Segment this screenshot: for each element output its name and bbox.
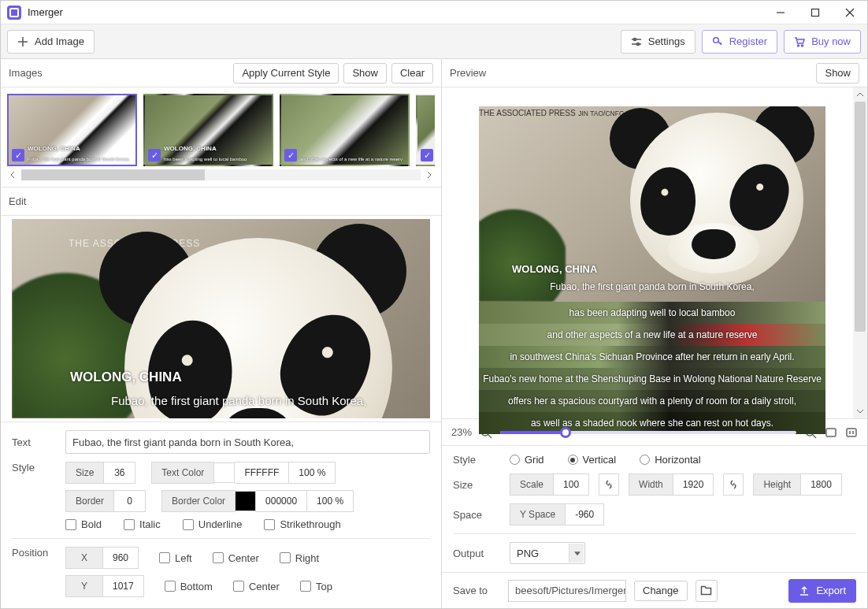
text-input-value: Fubao, the first giant panda born in Sou… — [72, 436, 294, 448]
scroll-grip[interactable] — [855, 102, 866, 332]
style-horizontal-radio[interactable]: Horizontal — [640, 454, 701, 466]
scroll-track[interactable] — [21, 169, 421, 180]
preview-show-button[interactable]: Show — [816, 63, 859, 84]
svg-rect-22 — [826, 429, 836, 436]
settings-label: Settings — [648, 35, 685, 47]
pos-left-checkbox[interactable]: Left — [159, 552, 192, 564]
preview-panel-header: Preview Show — [442, 59, 867, 87]
change-path-button[interactable]: Change — [634, 581, 688, 601]
thumb-subtitle: Fubao, the first giant panda born in Sou… — [28, 157, 130, 162]
bordercolor-pct-input[interactable]: 100 % — [307, 490, 354, 512]
y-input[interactable]: 1017 — [103, 575, 144, 597]
edit-panel-header: Edit — [1, 188, 441, 216]
register-label: Register — [729, 35, 767, 47]
open-folder-button[interactable] — [696, 580, 718, 602]
plus-icon — [17, 36, 28, 47]
height-label: Height — [753, 473, 801, 496]
saveto-label: Save to — [453, 585, 500, 596]
export-button[interactable]: Export — [788, 579, 856, 603]
scroll-down-icon[interactable] — [853, 404, 867, 418]
show-thumbs-label: Show — [352, 67, 378, 79]
check-icon — [12, 149, 24, 162]
bordercolor-label: Border Color — [161, 490, 236, 512]
style-grid-radio[interactable]: Grid — [510, 454, 544, 466]
size-label: Size — [65, 462, 104, 484]
scale-input[interactable]: 100 — [554, 473, 589, 496]
apply-style-button[interactable]: Apply Current Style — [233, 63, 339, 84]
thumbs-scrollbar[interactable] — [7, 169, 435, 180]
preview-canvas[interactable]: THE ASSOCIATED PRESS JIN TAO/CNFGA WOLON… — [442, 87, 853, 418]
merge-line: Fubao, the first giant panda born in Sou… — [479, 281, 825, 292]
border-input[interactable]: 0 — [114, 490, 146, 512]
edit-form: Text Fubao, the first giant panda born i… — [1, 421, 441, 608]
output-label: Output — [453, 548, 500, 559]
thumb-item[interactable] — [416, 94, 435, 166]
thumb-item[interactable]: WOLONG, CHINA Fubao, the first giant pan… — [7, 94, 137, 166]
preview-vscroll[interactable] — [853, 87, 867, 418]
watermark-text: THE ASSOCIATED PRESS — [479, 109, 576, 117]
close-button[interactable] — [833, 1, 867, 24]
pos-hcenter-checkbox[interactable]: Center — [213, 552, 259, 564]
edit-canvas[interactable]: THE ASSOCIATED PRESS JIN TAO/CNFGA WOLON… — [1, 216, 441, 421]
thumb-subtitle: and other aspects of a new life at a nat… — [300, 157, 402, 162]
actual-size-icon[interactable] — [845, 426, 858, 439]
export-label: Export — [816, 585, 846, 596]
thumb-caption: WOLONG, CHINA — [28, 145, 80, 152]
clear-thumbs-button[interactable]: Clear — [391, 63, 433, 84]
check-icon — [284, 149, 297, 162]
pos-top-checkbox[interactable]: Top — [300, 581, 332, 592]
italic-checkbox[interactable]: Italic — [124, 518, 161, 530]
merge-line: Fubao's new home at the Shenshuping Base… — [479, 368, 825, 390]
check-icon — [421, 149, 433, 162]
underline-checkbox[interactable]: Underline — [183, 518, 243, 530]
edit-panel-title: Edit — [9, 195, 26, 207]
zoom-percent: 23% — [451, 426, 472, 438]
pos-bottom-checkbox[interactable]: Bottom — [165, 581, 213, 592]
scale-label: Scale — [510, 473, 554, 496]
x-input[interactable]: 960 — [103, 547, 139, 569]
settings-button[interactable]: Settings — [621, 30, 696, 54]
yspace-input[interactable]: -960 — [566, 503, 604, 525]
app-title: Imerger — [28, 6, 63, 18]
minimize-button[interactable] — [763, 1, 798, 24]
textcolor-label: Text Color — [151, 462, 214, 484]
scroll-up-icon[interactable] — [853, 87, 867, 102]
bordercolor-hex-input[interactable]: 000000 — [256, 490, 307, 512]
save-row: Save to beesoft/Pictures/Imerger Change … — [442, 572, 867, 608]
height-input[interactable]: 1800 — [801, 473, 842, 496]
buy-now-button[interactable]: Buy now — [784, 30, 861, 54]
thumb-item[interactable]: WOLONG, CHINA has been adapting well to … — [143, 94, 273, 166]
link-aspect-button[interactable] — [599, 473, 619, 496]
textcolor-pct-input[interactable]: 100 % — [289, 462, 336, 484]
thumb-item[interactable]: and other aspects of a new life at a nat… — [280, 94, 410, 166]
scroll-grip[interactable] — [21, 169, 205, 180]
key-icon — [712, 36, 723, 47]
width-input[interactable]: 1920 — [673, 473, 714, 496]
space-label: Space — [453, 509, 500, 521]
maximize-button[interactable] — [798, 1, 833, 24]
zoom-slider[interactable] — [500, 431, 796, 434]
fit-icon[interactable] — [825, 426, 837, 439]
preview-show-label: Show — [825, 67, 851, 79]
chevron-down-icon — [574, 551, 581, 555]
add-image-button[interactable]: Add Image — [7, 30, 95, 54]
width-label: Width — [629, 473, 673, 496]
scroll-left-icon[interactable] — [7, 169, 20, 180]
pos-vcenter-checkbox[interactable]: Center — [233, 581, 280, 592]
textcolor-hex-input[interactable]: FFFFFF — [235, 462, 289, 484]
link-size-button[interactable] — [723, 473, 744, 496]
style-vertical-radio[interactable]: Vertical — [568, 454, 617, 466]
pos-right-checkbox[interactable]: Right — [280, 552, 319, 564]
show-thumbs-button[interactable]: Show — [343, 63, 387, 84]
bold-checkbox[interactable]: Bold — [65, 518, 102, 530]
text-input[interactable]: Fubao, the first giant panda born in Sou… — [65, 430, 430, 454]
register-button[interactable]: Register — [702, 30, 777, 54]
scroll-right-icon[interactable] — [422, 169, 435, 180]
bordercolor-swatch[interactable] — [236, 491, 256, 511]
output-select[interactable]: PNG — [510, 542, 585, 564]
size-input[interactable]: 36 — [104, 462, 135, 484]
textcolor-swatch[interactable] — [214, 462, 235, 483]
strike-checkbox[interactable]: Strikethrough — [264, 518, 340, 530]
app-icon — [7, 6, 21, 20]
saveto-path[interactable]: beesoft/Pictures/Imerger — [508, 580, 626, 602]
